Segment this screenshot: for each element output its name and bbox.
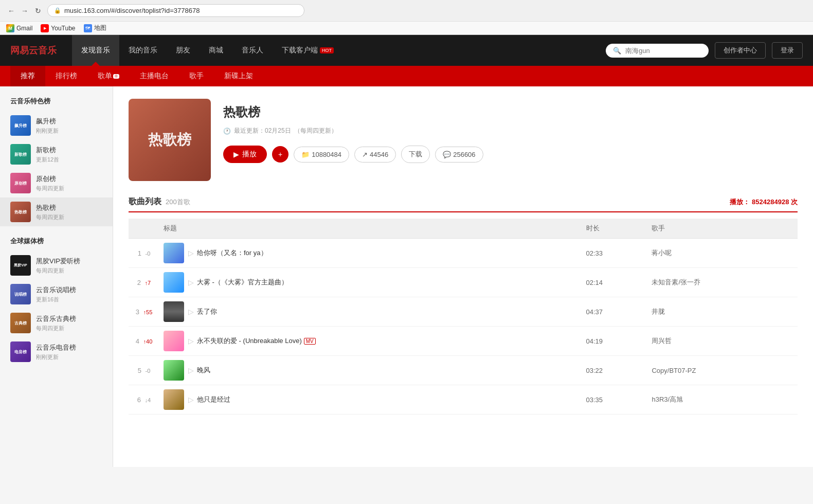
forward-button[interactable]: →: [20, 6, 30, 16]
song-name: 给你呀（又名：for ya）: [197, 248, 267, 258]
nav-musician[interactable]: 音乐人: [232, 35, 273, 66]
playlist-title: 热歌榜: [223, 104, 798, 120]
play-label: 播放: [242, 150, 257, 159]
browser-nav-icons: ← → ↻: [6, 6, 43, 16]
table-row[interactable]: 4 ↑40 ▷ 永不失联的爱 - (Unbreakable Love) MV 0…: [129, 327, 798, 356]
song-thumbnail: [164, 331, 184, 351]
subnav-radio[interactable]: 主播电台: [130, 66, 179, 86]
song-play-inline-button[interactable]: ▷: [188, 366, 194, 374]
sidebar-item-paisheng[interactable]: 飙升榜 飙升榜 刚刚更新: [0, 111, 113, 140]
gmail-icon: M: [6, 24, 14, 32]
xinge-info: 新歌榜 更新12首: [36, 146, 102, 164]
add-button[interactable]: +: [272, 146, 288, 163]
table-row[interactable]: 2 ↑7 ▷ 大雾 -（《大雾》官方主题曲） 02:14 未知音素/张一乔: [129, 268, 798, 297]
sidebar-item-rege[interactable]: 热歌榜 热歌榜 每周四更新: [0, 197, 113, 226]
collect-count: 10880484: [312, 151, 341, 158]
content-area: 云音乐特色榜 飙升榜 飙升榜 刚刚更新 新歌榜 新歌榜 更新12首 原创榜: [0, 86, 813, 467]
search-input[interactable]: [625, 47, 702, 55]
download-button[interactable]: 下载: [401, 146, 430, 163]
nav-mall[interactable]: 商城: [200, 35, 232, 66]
rege-sub: 每周四更新: [36, 213, 102, 221]
playlist-actions: ▶ 播放 + 📁 10880484 ↗ 44546 下载 💬: [223, 146, 798, 163]
song-play-inline-button[interactable]: ▷: [188, 278, 194, 286]
yuanchuang-thumb: 原创榜: [10, 173, 31, 193]
song-title-inner: ▷ 他只是经过: [164, 389, 578, 410]
rap-name: 云音乐说唱榜: [36, 285, 102, 295]
back-button[interactable]: ←: [6, 6, 16, 16]
xinge-sub: 更新12首: [36, 156, 102, 164]
heijiao-info: 黑胶VIP爱听榜 每周四更新: [36, 257, 102, 275]
subnav-charts[interactable]: 排行榜: [45, 66, 87, 86]
play-button[interactable]: ▶ 播放: [223, 146, 267, 163]
bookmark-youtube[interactable]: YouTube: [41, 24, 75, 32]
map-icon: 🗺: [84, 24, 92, 32]
play-count-value: 8524284928: [752, 198, 789, 206]
play-icon: ▶: [233, 150, 239, 158]
heijiao-thumb-text: 黑胶VIP: [14, 263, 27, 268]
subnav-new[interactable]: 新碟上架: [214, 66, 263, 86]
song-title-inner: ▷ 给你呀（又名：for ya）: [164, 243, 578, 263]
nav-friends[interactable]: 朋友: [167, 35, 200, 66]
sidebar-item-dianyou[interactable]: 电音榜 云音乐电音榜 刚刚更新: [0, 337, 113, 366]
song-title-cell: ▷ 给你呀（又名：for ya）: [159, 239, 582, 268]
search-box[interactable]: 🔍: [606, 44, 709, 58]
browser-chrome: ← → ↻ 🔒 music.163.com/#/discover/toplist…: [0, 0, 813, 35]
comment-button[interactable]: 💬 256606: [435, 147, 483, 163]
playlist-info: 热歌榜 🕐 最近更新：02月25日 （每周四更新） ▶ 播放 + 📁 10880…: [223, 99, 798, 181]
nav-discover[interactable]: 发现音乐: [72, 35, 119, 66]
song-play-inline-button[interactable]: ▷: [188, 337, 194, 345]
song-title-inner: ▷ 大雾 -（《大雾》官方主题曲）: [164, 272, 578, 293]
sidebar-item-heijiao[interactable]: 黑胶VIP 黑胶VIP爱听榜 每周四更新: [0, 251, 113, 280]
song-rank: 6 ↓4: [129, 385, 159, 415]
sidebar-section1-title: 云音乐特色榜: [0, 97, 113, 111]
table-row[interactable]: 5 -0 ▷ 晚风 03:22 Copy/BT07-PZ: [129, 356, 798, 385]
gudian-thumb-text: 古典榜: [14, 320, 27, 326]
nav-download[interactable]: 下载客户端 HOT: [273, 35, 343, 66]
subnav-playlist[interactable]: 歌单 ®: [87, 66, 130, 86]
paisheng-thumb-text: 飙升榜: [14, 123, 27, 129]
sidebar-item-xinge[interactable]: 新歌榜 新歌榜 更新12首: [0, 140, 113, 169]
clock-icon: 🕐: [223, 128, 231, 135]
bookmark-map[interactable]: 🗺 地图: [84, 24, 106, 32]
share-button[interactable]: ↗ 44546: [354, 147, 396, 163]
table-row[interactable]: 1 -0 ▷ 给你呀（又名：for ya） 02:33 蒋小呢: [129, 239, 798, 268]
subnav-artists[interactable]: 歌手: [179, 66, 214, 86]
yuanchuang-info: 原创榜 每周四更新: [36, 174, 102, 192]
gmail-label: Gmail: [16, 25, 32, 32]
heijiao-thumb: 黑胶VIP: [10, 255, 31, 276]
login-button[interactable]: 登录: [772, 42, 803, 59]
heijiao-sub: 每周四更新: [36, 267, 102, 275]
song-duration: 02:14: [582, 268, 648, 297]
sidebar-item-gudian[interactable]: 古典榜 云音乐古典榜 每周四更新: [0, 309, 113, 337]
song-artist: Copy/BT07-PZ: [647, 356, 798, 385]
song-name: 他只是经过: [197, 395, 230, 404]
update-date: 最近更新：02月25日: [234, 127, 291, 135]
header-right: 🔍 创作者中心 登录: [606, 42, 803, 59]
table-row[interactable]: 3 ↑55 ▷ 丢了你 04:37 井胧: [129, 297, 798, 327]
song-play-inline-button[interactable]: ▷: [188, 395, 194, 404]
subnav-recommend[interactable]: 推荐: [10, 66, 45, 86]
url-text: music.163.com/#/discover/toplist?id=3778…: [64, 7, 200, 14]
nav-my-music[interactable]: 我的音乐: [119, 35, 167, 66]
song-play-inline-button[interactable]: ▷: [188, 249, 194, 257]
rap-sub: 更新16首: [36, 296, 102, 303]
sidebar: 云音乐特色榜 飙升榜 飙升榜 刚刚更新 新歌榜 新歌榜 更新12首 原创榜: [0, 86, 113, 467]
reload-button[interactable]: ↻: [33, 6, 43, 16]
creator-center-button[interactable]: 创作者中心: [715, 42, 766, 59]
mv-badge[interactable]: MV: [304, 338, 316, 345]
share-icon: ↗: [362, 151, 368, 158]
song-play-inline-button[interactable]: ▷: [188, 308, 194, 316]
bookmark-gmail[interactable]: M Gmail: [6, 24, 32, 32]
rege-thumb: 热歌榜: [10, 202, 31, 222]
sidebar-item-rap[interactable]: 说唱榜 云音乐说唱榜 更新16首: [0, 280, 113, 309]
song-table: 标题 时长 歌手 1 -0 ▷ 给你呀（又名：for ya） 02:33 蒋小呢: [129, 219, 798, 415]
address-input[interactable]: 🔒 music.163.com/#/discover/toplist?id=37…: [47, 4, 304, 17]
song-rank: 1 -0: [129, 239, 159, 268]
collect-button[interactable]: 📁 10880484: [294, 147, 349, 163]
song-thumbnail: [164, 243, 184, 263]
paisheng-name: 飙升榜: [36, 117, 102, 126]
table-row[interactable]: 6 ↓4 ▷ 他只是经过 03:35 h3R3/高旭: [129, 385, 798, 415]
sidebar-item-yuanchuang[interactable]: 原创榜 原创榜 每周四更新: [0, 169, 113, 197]
xinge-name: 新歌榜: [36, 146, 102, 155]
address-bar-row: ← → ↻ 🔒 music.163.com/#/discover/toplist…: [0, 0, 813, 21]
